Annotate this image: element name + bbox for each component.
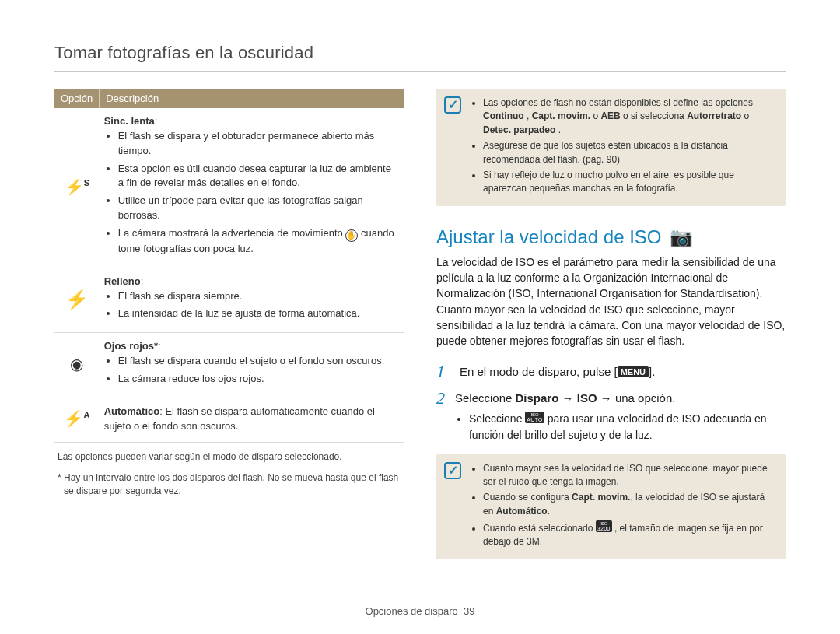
list-item: La intensidad de la luz se ajusta de for… (118, 306, 399, 321)
table-row: ⚡A Automático: El flash se dispara autom… (54, 398, 404, 442)
list-item: Cuando se configura Capt. movim., la vel… (483, 491, 775, 518)
list-item: Si hay reflejo de luz o mucho polvo en e… (483, 169, 775, 196)
camera-mode-icon: 📷 (670, 226, 693, 248)
left-column: Opción Descripción ⚡S Sinc. lenta: El fl… (54, 89, 404, 580)
list-item: El flash se dispara cuando el sujeto o e… (118, 354, 399, 369)
section-body: La velocidad de ISO es el parámetro para… (436, 254, 786, 349)
table-row: ⚡ Relleno: El flash se dispara siempre. … (54, 268, 404, 333)
list-item: Esta opción es útil cuando desea captura… (118, 162, 399, 191)
table-head-description: Descripción (100, 89, 404, 108)
list-item: Utilice un trípode para evitar que las f… (118, 194, 399, 223)
footnote: Las opciones pueden variar según el modo… (54, 450, 404, 464)
section-title: Ajustar la velocidad de ISO 📷 (436, 226, 786, 248)
note-icon: ✓ (444, 462, 461, 479)
table-head-option: Opción (54, 89, 100, 108)
footnote: * Hay un intervalo entre los dos disparo… (54, 471, 404, 499)
right-column: ✓ Las opciones de flash no están disponi… (436, 89, 786, 580)
table-cell-description: Relleno: El flash se dispara siempre. La… (100, 268, 404, 333)
list-item: El flash se dispara y el obturador perma… (118, 129, 399, 159)
steps: 1 En el modo de disparo, pulse [MENU]. 2… (436, 363, 786, 443)
list-item: Cuanto mayor sea la velocidad de ISO que… (483, 462, 775, 489)
option-title: Ojos rojos* (104, 340, 158, 352)
content-columns: Opción Descripción ⚡S Sinc. lenta: El fl… (54, 89, 786, 580)
step-text: Seleccione Disparo → ISO → una opción. S… (455, 390, 786, 443)
table-cell-description: Ojos rojos*: El flash se dispara cuando … (100, 333, 404, 398)
list-item: La cámara mostrará la advertencia de mov… (118, 226, 399, 257)
step-number: 1 (436, 363, 450, 381)
table-row: ⚡S Sinc. lenta: El flash se dispara y el… (54, 108, 404, 268)
flash-options-table: Opción Descripción ⚡S Sinc. lenta: El fl… (54, 89, 404, 443)
note-box-iso: ✓ Cuanto mayor sea la velocidad de ISO q… (436, 454, 786, 559)
step-2: 2 Seleccione Disparo → ISO → una opción.… (436, 390, 786, 443)
step-1: 1 En el modo de disparo, pulse [MENU]. (436, 363, 786, 381)
table-cell-description: Sinc. lenta: El flash se dispara y el ob… (100, 108, 404, 268)
table-row: ◉ Ojos rojos*: El flash se dispara cuand… (54, 333, 404, 398)
list-item: El flash se dispara siempre. (118, 289, 399, 304)
step-number: 2 (436, 390, 446, 443)
step-text: En el modo de disparo, pulse [MENU]. (460, 363, 655, 381)
list-item: Seleccione ISOAUTO para usar una velocid… (469, 411, 786, 443)
flash-auto-icon: ⚡A (54, 398, 100, 442)
flash-slow-sync-icon: ⚡S (54, 108, 100, 268)
option-title: Automático (104, 405, 160, 417)
list-item: Asegúrese de que los sujetos estén ubica… (483, 139, 775, 166)
iso-3200-badge: ISO3200 (596, 520, 612, 532)
page-footer: Opciones de disparo 39 (0, 605, 840, 617)
iso-auto-badge: ISOAUTO (525, 412, 544, 423)
option-title: Sinc. lenta (104, 115, 155, 127)
list-item: Las opciones de flash no están disponibl… (483, 96, 775, 137)
shake-warning-icon: ✋ (345, 229, 358, 242)
list-item: Cuando está seleccionado ISO3200 , el ta… (483, 520, 775, 549)
note-icon: ✓ (444, 96, 461, 114)
table-cell-description: Automático: El flash se dispara automáti… (100, 398, 404, 442)
flash-fill-icon: ⚡ (54, 268, 100, 333)
menu-badge: MENU (618, 366, 649, 377)
note-box-flash: ✓ Las opciones de flash no están disponi… (436, 89, 786, 206)
option-title: Relleno (104, 275, 141, 287)
list-item: La cámara reduce los ojos rojos. (118, 372, 399, 387)
red-eye-icon: ◉ (54, 333, 100, 398)
page-title: Tomar fotografías en la oscuridad (54, 43, 786, 72)
